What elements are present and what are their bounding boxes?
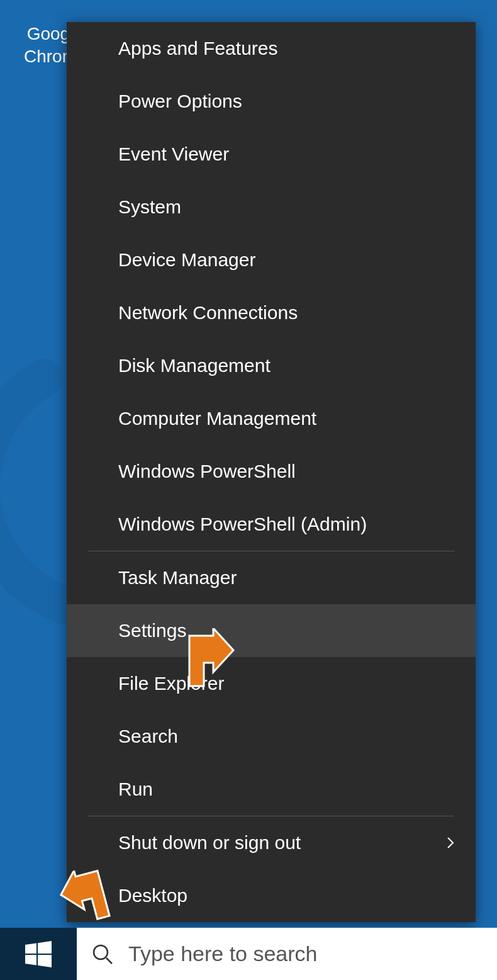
menu-item-task-manager[interactable]: Task Manager xyxy=(67,551,476,604)
menu-item-label: Apps and Features xyxy=(118,37,278,60)
svg-point-1 xyxy=(94,945,108,959)
menu-item-label: Windows PowerShell xyxy=(118,460,296,483)
menu-item-label: Settings xyxy=(118,619,186,642)
menu-item-label: File Explorer xyxy=(118,672,224,695)
start-button[interactable] xyxy=(0,928,77,980)
menu-item-label: System xyxy=(118,196,181,218)
menu-item-event-viewer[interactable]: Event Viewer xyxy=(67,128,476,181)
menu-item-disk-management[interactable]: Disk Management xyxy=(67,339,476,392)
menu-item-label: Desktop xyxy=(118,884,187,907)
menu-item-device-manager[interactable]: Device Manager xyxy=(67,234,476,286)
menu-item-label: Network Connections xyxy=(118,301,298,324)
menu-item-label: Disk Management xyxy=(118,354,271,377)
menu-item-label: Windows PowerShell (Admin) xyxy=(118,513,367,536)
windows-logo-icon xyxy=(25,941,52,967)
svg-line-2 xyxy=(106,958,112,964)
menu-item-apps-and-features[interactable]: Apps and Features xyxy=(67,22,476,75)
menu-item-run[interactable]: Run xyxy=(67,763,476,816)
menu-item-power-options[interactable]: Power Options xyxy=(67,75,476,128)
menu-item-desktop[interactable]: Desktop xyxy=(67,869,476,922)
taskbar-search[interactable] xyxy=(77,928,497,980)
menu-item-label: Run xyxy=(118,778,153,801)
menu-item-computer-management[interactable]: Computer Management xyxy=(67,392,476,445)
menu-item-label: Search xyxy=(118,725,178,748)
menu-item-label: Event Viewer xyxy=(118,143,229,166)
menu-item-shut-down-or-sign-out[interactable]: Shut down or sign out xyxy=(67,816,476,869)
menu-item-system[interactable]: System xyxy=(67,181,476,234)
search-icon xyxy=(92,943,113,965)
menu-item-settings[interactable]: Settings xyxy=(67,604,476,657)
menu-item-label: Device Manager xyxy=(118,249,255,271)
menu-item-file-explorer[interactable]: File Explorer xyxy=(67,657,476,710)
menu-item-windows-powershell[interactable]: Windows PowerShell xyxy=(67,445,476,498)
winx-context-menu: Apps and Features Power Options Event Vi… xyxy=(67,22,476,922)
menu-item-search[interactable]: Search xyxy=(67,710,476,763)
search-input[interactable] xyxy=(128,942,482,966)
chevron-right-icon xyxy=(443,835,458,850)
menu-item-windows-powershell-admin[interactable]: Windows PowerShell (Admin) xyxy=(67,498,476,551)
menu-item-label: Task Manager xyxy=(118,566,237,589)
menu-item-label: Power Options xyxy=(118,90,242,113)
menu-item-label: Shut down or sign out xyxy=(118,831,301,854)
menu-item-label: Computer Management xyxy=(118,407,316,430)
menu-item-network-connections[interactable]: Network Connections xyxy=(67,286,476,339)
taskbar xyxy=(0,928,497,980)
